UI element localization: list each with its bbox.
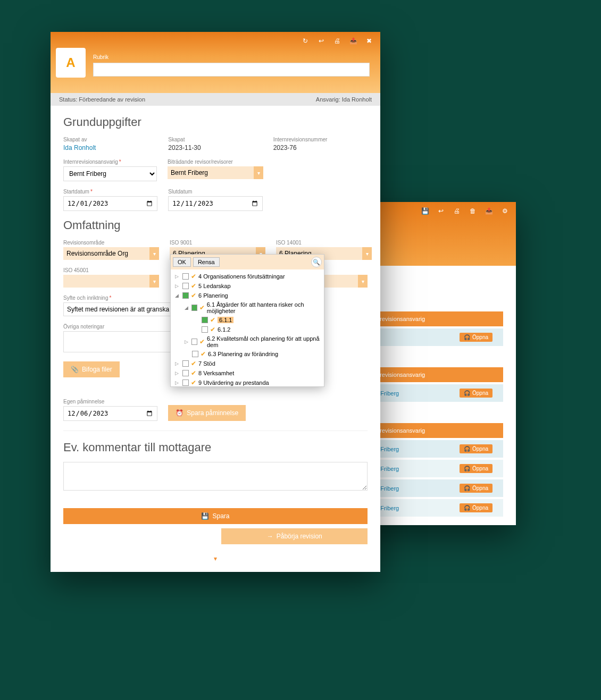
close-icon[interactable]: ✖ — [363, 35, 375, 43]
print-icon[interactable]: 🖨 — [331, 35, 343, 43]
refresh-icon[interactable]: ↻ — [299, 35, 311, 43]
modal-header: ↻ ↩ 🖨 📤 ✖ A Rubrik — [51, 32, 380, 43]
undo-icon[interactable]: ↩ — [315, 35, 327, 43]
edit-window: ↻ ↩ 🖨 📤 ✖ A Rubrik Status: Förberedande … — [51, 32, 380, 43]
export-icon[interactable]: 📤 — [347, 35, 359, 43]
